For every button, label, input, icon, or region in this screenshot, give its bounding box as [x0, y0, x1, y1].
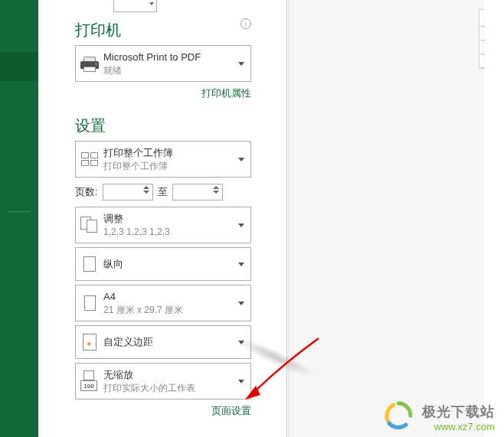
pages-range-row: 页数: 至	[75, 184, 251, 201]
printer-section-title: 打印机	[75, 20, 251, 41]
collate-selector[interactable]: 调整 1,2,3 1,2,3 1,2,3	[75, 207, 251, 243]
pages-from-input[interactable]	[103, 184, 139, 200]
copies-spinner[interactable]	[113, 0, 157, 12]
backstage-sidebar	[0, 0, 38, 437]
chevron-down-icon	[232, 285, 250, 321]
orientation-label: 纵向	[103, 257, 232, 271]
preview-page-edge	[479, 9, 483, 69]
spin-up-icon[interactable]	[143, 186, 149, 189]
collate-sub: 1,2,3 1,2,3 1,2,3	[103, 226, 232, 239]
paper-sub: 21 厘米 x 29.7 厘米	[103, 304, 232, 317]
paper-size-selector[interactable]: A4 21 厘米 x 29.7 厘米	[75, 285, 251, 321]
print-scope-selector[interactable]: 打印整个工作簿 打印整个工作簿	[75, 141, 251, 178]
print-scope-sub: 打印整个工作簿	[103, 160, 232, 173]
print-preview-area	[288, 0, 504, 437]
scaling-sub: 打印实际大小的工作表	[103, 382, 232, 395]
portrait-icon	[76, 248, 103, 280]
sidebar-separator	[8, 211, 31, 212]
chevron-down-icon	[232, 142, 250, 177]
margins-selector[interactable]: ✶ 自定义边距	[75, 325, 251, 359]
margins-label: 自定义边距	[103, 335, 232, 349]
printer-properties-link[interactable]: 打印机属性	[201, 87, 251, 99]
paper-label: A4	[103, 290, 232, 304]
collate-label: 调整	[103, 212, 232, 226]
spin-down-icon[interactable]	[213, 191, 219, 194]
printer-name: Microsoft Print to PDF	[103, 51, 232, 64]
print-panel: i 打印机 Microsoft Print to PDF 就绪 打印机属性 设置…	[38, 0, 287, 437]
page-setup-link[interactable]: 页面设置	[211, 405, 251, 416]
chevron-down-icon	[232, 364, 250, 399]
orientation-selector[interactable]: 纵向	[75, 247, 251, 281]
chevron-down-icon	[232, 207, 250, 243]
workbook-grid-icon	[76, 142, 103, 177]
print-scope-label: 打印整个工作簿	[103, 146, 232, 160]
printer-icon	[76, 46, 103, 81]
pages-from-spinner[interactable]	[103, 184, 153, 201]
margins-icon: ✶	[76, 326, 103, 358]
pages-to-label: 至	[158, 185, 168, 199]
printer-status: 就绪	[103, 64, 232, 77]
chevron-down-icon	[232, 248, 250, 280]
pages-label: 页数:	[75, 185, 98, 199]
collate-icon	[76, 207, 103, 243]
info-icon[interactable]: i	[241, 18, 251, 29]
page-icon	[76, 285, 103, 321]
settings-section-title: 设置	[75, 116, 251, 136]
scaling-label: 无缩放	[103, 368, 232, 382]
chevron-down-icon	[232, 326, 250, 358]
pages-to-spinner[interactable]	[172, 184, 223, 201]
scaling-icon: 100	[76, 364, 103, 399]
chevron-down-icon	[232, 46, 250, 81]
spin-down-icon[interactable]	[143, 191, 149, 194]
printer-selector[interactable]: Microsoft Print to PDF 就绪	[75, 45, 251, 82]
scaling-selector[interactable]: 100 无缩放 打印实际大小的工作表	[75, 363, 251, 399]
spin-up-icon[interactable]	[213, 186, 219, 189]
pages-to-input[interactable]	[173, 184, 208, 200]
sidebar-active-item[interactable]	[0, 52, 38, 81]
